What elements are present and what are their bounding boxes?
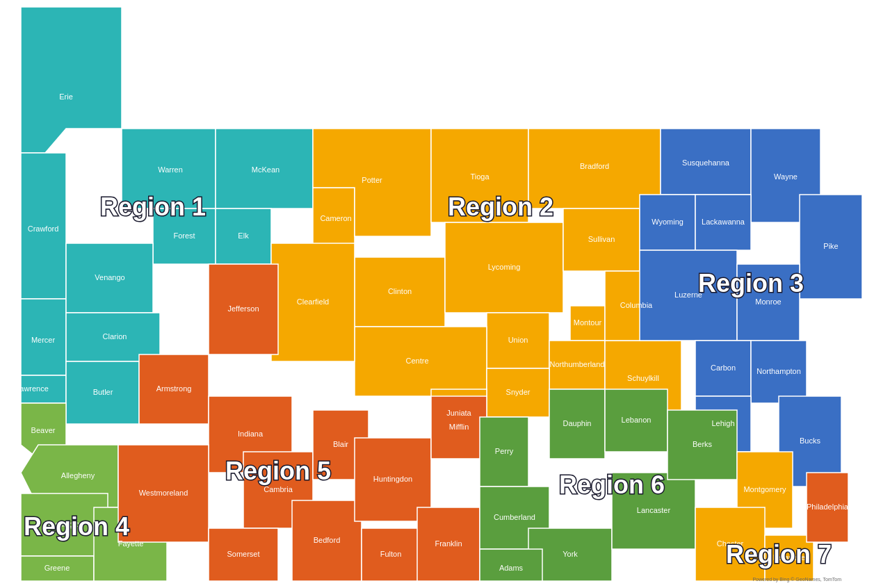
svg-marker-47 (118, 445, 209, 542)
svg-marker-6 (66, 243, 153, 313)
svg-marker-57 (549, 389, 605, 459)
svg-marker-67 (807, 473, 848, 542)
svg-marker-54 (362, 528, 424, 581)
svg-marker-33 (800, 195, 862, 299)
svg-marker-23 (549, 341, 605, 389)
svg-marker-30 (640, 195, 695, 250)
svg-marker-51 (292, 500, 362, 581)
svg-marker-44 (139, 354, 209, 424)
svg-marker-10 (216, 129, 313, 209)
svg-marker-14 (431, 129, 528, 222)
svg-marker-45 (209, 264, 278, 354)
svg-marker-3 (21, 299, 66, 375)
svg-marker-21 (271, 243, 355, 361)
svg-marker-56 (480, 417, 528, 487)
svg-marker-8 (21, 375, 66, 403)
svg-marker-53 (431, 396, 487, 459)
svg-marker-55 (417, 507, 480, 581)
svg-marker-18 (563, 209, 640, 271)
svg-marker-65 (695, 507, 765, 581)
svg-marker-11 (216, 209, 271, 264)
svg-marker-9 (66, 361, 139, 424)
svg-marker-34 (737, 264, 800, 341)
svg-marker-32 (640, 250, 737, 341)
svg-marker-36 (751, 341, 807, 403)
svg-marker-62 (668, 410, 737, 480)
svg-marker-19 (487, 313, 549, 368)
svg-marker-50 (209, 528, 278, 581)
svg-marker-42 (21, 556, 94, 581)
svg-marker-2 (21, 153, 66, 299)
svg-marker-61 (612, 473, 695, 549)
map-container: Erie Crawford Mercer Warren Forest Venan… (0, 0, 890, 588)
attribution: Powered by Bing © GeoNames, TomTom (752, 577, 841, 582)
svg-marker-4 (122, 129, 216, 209)
svg-marker-24 (487, 368, 549, 417)
svg-marker-17 (445, 222, 563, 313)
svg-marker-28 (661, 129, 751, 195)
svg-marker-31 (695, 195, 751, 250)
svg-marker-63 (480, 549, 542, 581)
svg-marker-16 (355, 257, 445, 327)
svg-marker-5 (153, 209, 216, 264)
svg-marker-35 (695, 341, 751, 396)
svg-marker-20 (355, 327, 487, 396)
svg-marker-58 (605, 389, 668, 452)
svg-marker-22 (570, 306, 605, 341)
